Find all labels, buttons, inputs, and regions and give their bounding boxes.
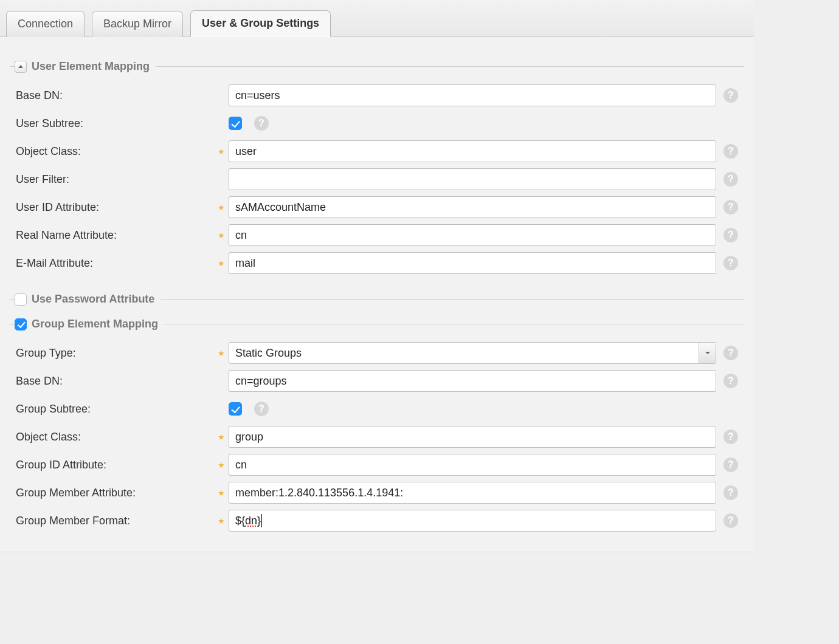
help-icon[interactable]	[723, 346, 738, 360]
required-icon	[214, 201, 229, 213]
fieldset-legend: Use Password Attribute	[32, 293, 154, 306]
help-icon[interactable]	[723, 172, 738, 187]
required-icon	[214, 459, 229, 471]
label-group-object-class: Object Class:	[13, 431, 214, 444]
label-group-member-format: Group Member Format:	[13, 515, 214, 527]
help-icon[interactable]	[723, 457, 738, 472]
help-icon[interactable]	[723, 374, 738, 388]
row-email-attribute: E-Mail Attribute:	[13, 249, 741, 277]
required-icon	[214, 347, 229, 359]
row-real-name-attribute: Real Name Attribute:	[13, 221, 741, 249]
user-subtree-checkbox[interactable]	[229, 117, 242, 130]
user-filter-input[interactable]	[229, 168, 716, 190]
row-group-id-attribute: Group ID Attribute:	[13, 451, 741, 479]
help-icon[interactable]	[723, 513, 738, 528]
group-subtree-checkbox[interactable]	[229, 402, 242, 416]
base-dn-input[interactable]	[229, 84, 716, 106]
collapse-toggle-icon[interactable]	[15, 61, 27, 73]
panel-body: User Element Mapping Base DN: User Subtr…	[0, 37, 754, 552]
help-icon[interactable]	[723, 228, 738, 242]
help-icon[interactable]	[254, 402, 269, 416]
user-id-attribute-input[interactable]	[229, 196, 716, 218]
label-object-class: Object Class:	[13, 145, 214, 158]
label-user-filter: User Filter:	[13, 173, 214, 186]
required-icon	[214, 487, 229, 499]
row-group-object-class: Object Class:	[13, 423, 741, 451]
help-icon[interactable]	[723, 430, 738, 444]
required-icon	[214, 145, 229, 157]
tab-backup-mirror[interactable]: Backup Mirror	[92, 11, 183, 37]
gmf-suffix: }	[257, 515, 261, 527]
gmf-prefix: ${	[235, 515, 245, 527]
label-group-member-attribute: Group Member Attribute:	[13, 487, 214, 499]
row-group-member-attribute: Group Member Attribute:	[13, 479, 741, 507]
required-icon	[214, 431, 229, 443]
row-object-class: Object Class:	[13, 137, 741, 165]
real-name-attribute-input[interactable]	[229, 224, 716, 246]
label-user-subtree: User Subtree:	[13, 117, 214, 130]
help-icon[interactable]	[254, 116, 269, 131]
group-base-dn-input[interactable]	[229, 370, 716, 392]
group-type-select[interactable]: Static Groups	[229, 342, 716, 364]
help-icon[interactable]	[723, 485, 738, 500]
fieldset-legend: User Element Mapping	[32, 60, 150, 73]
fieldset-use-password-attribute: Use Password Attribute	[10, 293, 744, 306]
fieldset-group-element-mapping: Group Element Mapping Group Type: Static…	[10, 318, 744, 538]
tab-connection[interactable]: Connection	[6, 11, 85, 37]
fieldset-user-element-mapping: User Element Mapping Base DN: User Subtr…	[10, 60, 744, 281]
label-group-base-dn: Base DN:	[13, 375, 214, 388]
group-element-mapping-checkbox[interactable]	[15, 318, 27, 331]
row-base-dn: Base DN:	[13, 81, 741, 109]
group-member-format-input[interactable]: ${dn}	[229, 510, 716, 532]
chevron-down-icon[interactable]	[699, 343, 716, 363]
row-group-member-format: Group Member Format: ${dn}	[13, 507, 741, 535]
email-attribute-input[interactable]	[229, 252, 716, 274]
object-class-input[interactable]	[229, 140, 716, 162]
gmf-err: dn	[245, 515, 257, 527]
help-icon[interactable]	[723, 256, 738, 270]
help-icon[interactable]	[723, 144, 738, 159]
group-member-attribute-input[interactable]	[229, 482, 716, 504]
group-type-value: Static Groups	[235, 347, 302, 360]
row-group-base-dn: Base DN:	[13, 367, 741, 395]
required-icon	[214, 257, 229, 269]
settings-window: Connection Backup Mirror User & Group Se…	[0, 0, 754, 552]
tab-bar: Connection Backup Mirror User & Group Se…	[0, 0, 754, 37]
row-group-type: Group Type: Static Groups	[13, 339, 741, 367]
help-icon[interactable]	[723, 200, 738, 214]
tab-user-group-settings[interactable]: User & Group Settings	[190, 10, 331, 37]
fieldset-legend: Group Element Mapping	[32, 318, 158, 331]
row-user-subtree: User Subtree:	[13, 109, 741, 137]
required-icon	[214, 515, 229, 527]
label-real-name-attribute: Real Name Attribute:	[13, 229, 214, 242]
label-user-id-attribute: User ID Attribute:	[13, 201, 214, 214]
required-icon	[214, 229, 229, 241]
label-email-attribute: E-Mail Attribute:	[13, 257, 214, 270]
row-user-filter: User Filter:	[13, 165, 741, 193]
row-user-id-attribute: User ID Attribute:	[13, 193, 741, 221]
label-group-id-attribute: Group ID Attribute:	[13, 459, 214, 471]
label-group-type: Group Type:	[13, 347, 214, 360]
label-group-subtree: Group Subtree:	[13, 403, 214, 416]
text-caret-icon	[261, 514, 262, 527]
help-icon[interactable]	[723, 88, 738, 103]
use-password-attribute-checkbox[interactable]	[15, 293, 27, 306]
group-id-attribute-input[interactable]	[229, 454, 716, 476]
label-base-dn: Base DN:	[13, 89, 214, 102]
group-object-class-input[interactable]	[229, 426, 716, 448]
row-group-subtree: Group Subtree:	[13, 395, 741, 423]
